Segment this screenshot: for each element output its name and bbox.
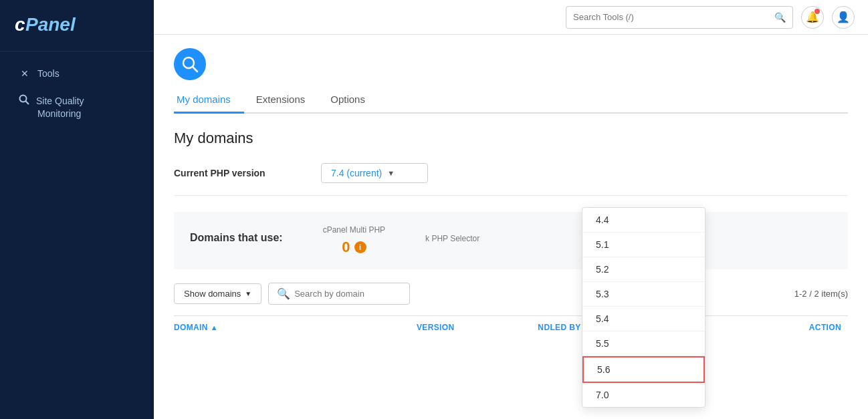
search-tools-icon: 🔍: [774, 12, 786, 23]
page-icon: [174, 48, 206, 80]
search-domain-box[interactable]: 🔍: [268, 283, 410, 305]
sidebar-logo: c Panel: [0, 0, 154, 51]
php-selector-label: k PHP Selector: [425, 234, 479, 243]
show-domains-label: Show domains: [184, 289, 241, 299]
php-version-option-70[interactable]: 7.0: [582, 383, 705, 407]
notification-badge: [815, 9, 820, 14]
table-header: DOMAIN ▲ VERSION NDLED BY ACTION: [174, 315, 848, 337]
search-tools-input[interactable]: [573, 12, 774, 22]
search-domain-icon: 🔍: [277, 287, 290, 300]
php-version-option-51[interactable]: 5.1: [582, 233, 705, 257]
php-selector-col: k PHP Selector: [425, 234, 479, 247]
svg-point-2: [20, 96, 27, 102]
sidebar-item-tools[interactable]: ✕ Tools: [5, 59, 148, 88]
svg-line-5: [193, 67, 197, 72]
filter-row: Show domains ▼ 🔍 1-2 / 2 item(s): [174, 283, 848, 305]
domains-section: Domains that use: cPanel Multi PHP 0 i k…: [174, 212, 848, 269]
php-version-value: 7.4 (current): [331, 168, 382, 178]
page-content: My domains Extensions Options My domains…: [154, 35, 868, 419]
dropdown-arrow-icon: ▼: [387, 169, 395, 177]
php-version-option-56[interactable]: 5.6: [582, 356, 705, 383]
cpanel-multi-php-col: cPanel Multi PHP 0 i: [323, 225, 385, 256]
page-icon-row: [174, 35, 848, 87]
show-domains-button[interactable]: Show domains ▼: [174, 283, 261, 304]
domains-use-label: Domains that use:: [190, 232, 283, 244]
cpanel-multi-php-count: 0: [342, 239, 350, 256]
tab-my-domains[interactable]: My domains: [174, 87, 244, 114]
show-domains-arrow-icon: ▼: [245, 290, 251, 297]
notifications-button[interactable]: 🔔: [801, 6, 824, 29]
th-action: ACTION: [720, 323, 848, 332]
search-domain-input[interactable]: [294, 289, 401, 299]
sidebar-item-site-quality-label: Site Quality: [36, 96, 84, 106]
php-version-dropdown[interactable]: 7.4 (current) ▼: [321, 163, 428, 183]
sidebar-navigation: ✕ Tools Site Quality Monitoring: [0, 51, 154, 132]
php-version-option-53[interactable]: 5.3: [582, 282, 705, 307]
php-version-row: Current PHP version 7.4 (current) ▼: [174, 163, 848, 196]
th-version[interactable]: VERSION: [417, 323, 538, 332]
search-icon: [19, 94, 29, 107]
search-tools-bar[interactable]: 🔍: [566, 6, 793, 29]
svg-text:c: c: [15, 14, 25, 35]
main-content: 🔍 🔔 👤 My domains Extensions Options: [154, 0, 868, 419]
sidebar-item-site-quality-monitoring[interactable]: Site Quality Monitoring: [5, 89, 148, 124]
page-title: My domains: [174, 130, 848, 147]
pagination-label: 1-2 / 2 item(s): [794, 289, 848, 299]
php-version-label: Current PHP version: [174, 168, 321, 178]
php-version-option-55[interactable]: 5.5: [582, 331, 705, 356]
tab-extensions[interactable]: Extensions: [253, 87, 318, 114]
php-version-dropdown-menu: 4.4 5.1 5.2 5.3 5.4 5.5 5.6 7.0: [582, 207, 706, 408]
sort-arrow-icon: ▲: [211, 323, 218, 331]
th-action-label: ACTION: [809, 323, 841, 332]
svg-line-3: [26, 102, 29, 105]
php-version-option-54[interactable]: 5.4: [582, 307, 705, 331]
sidebar: c Panel ✕ Tools Site Quality Monitoring: [0, 0, 154, 419]
sidebar-item-monitoring-label: Monitoring: [19, 108, 135, 119]
th-domain-label: DOMAIN: [174, 323, 208, 332]
user-icon: 👤: [837, 11, 850, 23]
user-menu-button[interactable]: 👤: [832, 6, 855, 29]
th-domain[interactable]: DOMAIN ▲: [174, 323, 417, 332]
cpanel-multi-php-label: cPanel Multi PHP: [323, 225, 385, 235]
info-icon[interactable]: i: [354, 241, 366, 253]
th-handled-by-label: NDLED BY: [538, 323, 580, 332]
php-version-option-44[interactable]: 4.4: [582, 208, 705, 233]
svg-text:Panel: Panel: [25, 14, 76, 35]
php-version-option-52[interactable]: 5.2: [582, 257, 705, 282]
page-tabs: My domains Extensions Options: [174, 87, 848, 114]
wrench-icon: ✕: [19, 67, 31, 80]
filter-left: Show domains ▼ 🔍: [174, 283, 410, 305]
th-version-label: VERSION: [417, 323, 455, 332]
sidebar-item-tools-label: Tools: [37, 68, 60, 79]
topbar: 🔍 🔔 👤: [154, 0, 868, 35]
tab-options[interactable]: Options: [328, 87, 378, 114]
